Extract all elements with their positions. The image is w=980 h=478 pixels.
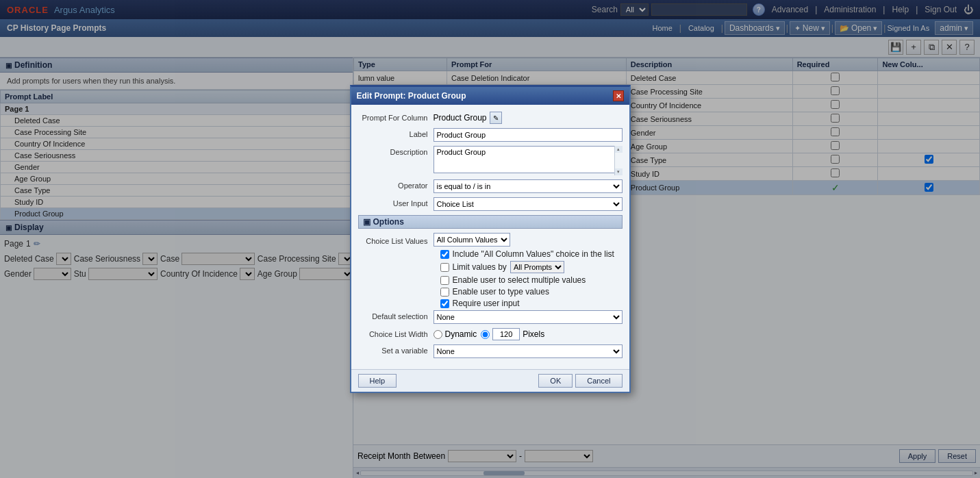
prompt-for-column-text: Product Group xyxy=(434,113,487,123)
operator-label: Operator xyxy=(358,179,434,190)
edit-prompt-dialog: Edit Prompt: Product Group ✕ Prompt For … xyxy=(350,85,631,393)
require-input-label: Require user input xyxy=(453,299,520,308)
limit-values-label: Limit values by xyxy=(453,262,507,272)
limit-values-checkbox[interactable] xyxy=(440,263,449,272)
set-variable-value: None xyxy=(434,344,623,358)
ok-cancel-group: OK Cancel xyxy=(538,374,622,388)
operator-value: is equal to / is in xyxy=(434,179,623,193)
dynamic-label: Dynamic xyxy=(445,329,477,339)
dialog-titlebar: Edit Prompt: Product Group ✕ xyxy=(351,87,629,105)
enable-multiple-checkbox[interactable] xyxy=(440,276,449,285)
user-input-row: User Input Choice List xyxy=(358,197,623,211)
choice-list-values-select-container: All Column Values xyxy=(434,233,623,247)
default-selection-value: None xyxy=(434,310,623,324)
pixels-radio[interactable] xyxy=(481,330,490,339)
description-row: Description Product Group ▴ ▾ xyxy=(358,146,623,175)
choice-list-width-row: Choice List Width Dynamic Pixels xyxy=(358,328,623,340)
include-all-row: Include "All Column Values" choice in th… xyxy=(358,249,623,259)
prompt-for-column-value: Product Group ✎ xyxy=(434,112,623,124)
set-variable-label: Set a variable xyxy=(358,344,434,355)
dialog-title: Edit Prompt: Product Group xyxy=(357,91,466,101)
enable-type-checkbox[interactable] xyxy=(440,288,449,297)
user-input-label: User Input xyxy=(358,197,434,207)
require-input-row: Require user input xyxy=(358,299,623,308)
prompt-for-column-label: Prompt For Column xyxy=(358,112,434,122)
include-all-label: Include "All Column Values" choice in th… xyxy=(453,249,614,259)
label-field-value xyxy=(434,128,623,142)
dynamic-radio[interactable] xyxy=(434,330,442,339)
set-variable-select[interactable]: None xyxy=(434,344,623,358)
choice-list-values-select[interactable]: All Column Values xyxy=(434,233,510,247)
description-textarea[interactable]: Product Group xyxy=(434,146,623,173)
dynamic-radio-group: Dynamic xyxy=(434,329,477,339)
textarea-down-arrow[interactable]: ▾ xyxy=(615,168,623,175)
enable-type-label: Enable user to type values xyxy=(453,287,549,297)
default-selection-row: Default selection None xyxy=(358,310,623,324)
dialog-footer: Help OK Cancel xyxy=(351,369,629,392)
include-all-checkbox[interactable] xyxy=(440,250,449,259)
cancel-button[interactable]: Cancel xyxy=(575,374,622,388)
ok-button[interactable]: OK xyxy=(538,374,573,388)
modal-overlay: Edit Prompt: Product Group ✕ Prompt For … xyxy=(0,0,980,478)
textarea-up-arrow[interactable]: ▴ xyxy=(615,146,623,153)
options-header[interactable]: ▣ Options xyxy=(358,215,623,229)
label-input[interactable] xyxy=(434,128,623,142)
choice-list-width-controls: Dynamic Pixels xyxy=(434,328,623,340)
options-toggle-icon: ▣ xyxy=(363,217,370,227)
pixels-input[interactable] xyxy=(492,328,520,340)
operator-row: Operator is equal to / is in xyxy=(358,179,623,193)
dialog-body: Prompt For Column Product Group ✎ Label … xyxy=(351,105,629,369)
user-input-value: Choice List xyxy=(434,197,623,211)
options-title: Options xyxy=(373,217,404,227)
enable-multiple-row: Enable user to select multiple values xyxy=(358,275,623,285)
label-row: Label xyxy=(358,128,623,142)
choice-list-values-label: Choice List Values xyxy=(358,235,434,245)
description-field-label: Description xyxy=(358,146,434,156)
user-input-select[interactable]: Choice List xyxy=(434,197,623,211)
enable-multiple-label: Enable user to select multiple values xyxy=(453,275,586,285)
dialog-close-button[interactable]: ✕ xyxy=(613,90,624,101)
prompt-for-column-row: Prompt For Column Product Group ✎ xyxy=(358,112,623,124)
limit-values-row: Limit values by All Prompts xyxy=(358,261,623,273)
operator-select[interactable]: is equal to / is in xyxy=(434,179,623,193)
enable-type-row: Enable user to type values xyxy=(358,287,623,297)
pixels-radio-group: Pixels xyxy=(481,328,544,340)
textarea-track xyxy=(615,153,623,168)
choice-list-width-label: Choice List Width xyxy=(358,328,434,338)
help-button[interactable]: Help xyxy=(358,374,397,388)
textarea-scrollbar: ▴ ▾ xyxy=(614,146,623,175)
description-field-value: Product Group ▴ ▾ xyxy=(434,146,623,175)
label-field-label: Label xyxy=(358,128,434,138)
pixels-label: Pixels xyxy=(523,329,544,339)
limit-values-select[interactable]: All Prompts xyxy=(510,261,564,273)
default-selection-label: Default selection xyxy=(358,310,434,320)
set-variable-row: Set a variable None xyxy=(358,344,623,358)
default-selection-select[interactable]: None xyxy=(434,310,623,324)
prompt-for-column-content: Product Group ✎ xyxy=(434,112,623,124)
width-row-content: Dynamic Pixels xyxy=(434,328,623,340)
prompt-edit-icon[interactable]: ✎ xyxy=(490,112,502,124)
choice-list-values-row: Choice List Values All Column Values xyxy=(358,233,623,247)
require-input-checkbox[interactable] xyxy=(440,299,449,308)
